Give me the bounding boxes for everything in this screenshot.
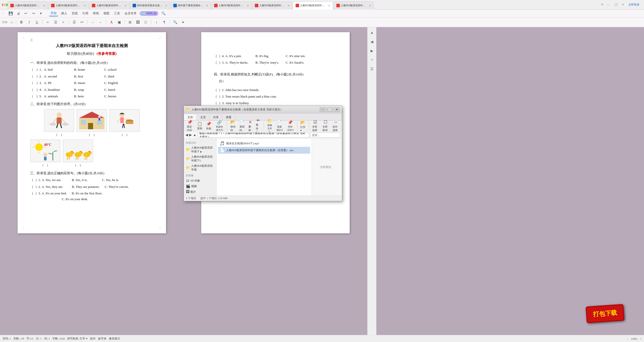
menu-tools[interactable]: 工具	[112, 11, 122, 16]
fe-open-btn[interactable]: 📂 打开 ▾	[299, 120, 307, 132]
fe-back-btn[interactable]: ◀	[185, 133, 188, 137]
redo-icon[interactable]: ↪	[30, 10, 37, 17]
insert-table-button[interactable]: ⊞	[127, 19, 134, 26]
align-right-button[interactable]: ≡	[60, 19, 67, 26]
fe-copy2-btn[interactable]: 📄 复制到	[238, 119, 246, 133]
tab-4[interactable]: 四年级英语期末全真模拟卷.doc ✕	[130, 2, 170, 10]
highlight-button[interactable]: ▣	[116, 19, 123, 26]
more-options-button[interactable]: ▾	[179, 19, 186, 26]
bold-button[interactable]: B	[18, 19, 25, 26]
underline-button[interactable]: U	[33, 19, 41, 26]
tab-8[interactable]: 人教PEP版英语四年级下期末... ✕	[293, 2, 333, 10]
fe-selectall-btn[interactable]: ☑ 全部选择	[311, 119, 320, 133]
tab-6[interactable]: 人教PEP版英语四年级下期末... ✕	[211, 2, 252, 10]
font-name[interactable]: 宋体	[1, 20, 9, 24]
tab-8-close[interactable]: ✕	[328, 4, 330, 7]
menu-page[interactable]: 页面	[70, 11, 79, 16]
save-icon[interactable]: 💾	[7, 10, 14, 17]
indent-decrease[interactable]: ←	[97, 19, 104, 26]
new-tab-button[interactable]: +	[599, 2, 605, 7]
side-panel-btn-4[interactable]: ≡	[369, 56, 376, 63]
tab-3-close[interactable]: ✕	[125, 4, 127, 7]
undo-icon[interactable]: ↩	[22, 10, 29, 17]
fe-path-bar[interactable]: 最新2.期末试卷 > 1 > 人教PEP版英语四年级下册期末自主检测（合答案及听…	[197, 133, 309, 138]
menu-insert[interactable]: 插入	[60, 11, 69, 16]
download-badge[interactable]: 打包下载	[586, 304, 624, 323]
line-spacing-button[interactable]: ↕	[153, 19, 160, 26]
tab-5-close[interactable]: ✕	[206, 4, 208, 7]
text-color-button[interactable]: A	[108, 19, 115, 26]
tab-7-close[interactable]: ✕	[288, 4, 290, 7]
status-spellcheck[interactable]: 拼写检查: 打开 ▾	[67, 337, 88, 340]
fe-newitem-btn[interactable]: 📄 新建项目 ▾	[275, 119, 285, 132]
maximize-button[interactable]: ⬜	[612, 3, 620, 7]
fe-pin-btn[interactable]: 📌 固定访问	[185, 119, 195, 133]
insert-image-button[interactable]: 🖼	[134, 19, 141, 26]
minimize-button[interactable]: —	[605, 3, 612, 7]
tab-9[interactable]: 人教PEP版英语四年级下... ✕	[334, 2, 374, 10]
print-icon[interactable]: 🖨	[15, 10, 22, 17]
tab-1[interactable]: 人教PEP版英语四年级下... ✕	[8, 2, 48, 10]
tab-2[interactable]: 人教PEP版英语四年级下... ✕	[48, 2, 89, 10]
tab-6-close[interactable]: ✕	[247, 4, 249, 7]
font-size[interactable]: 12	[9, 21, 14, 24]
menu-view[interactable]: 视图	[102, 11, 111, 16]
side-panel-btn-5[interactable]: ☰	[369, 65, 376, 72]
fe-sidebar-item-video[interactable]: 🎬 视频	[184, 183, 216, 189]
side-panel-btn-1[interactable]: ▲	[369, 29, 376, 36]
fe-invertsel-btn[interactable]: ↔ 反向选择	[331, 119, 340, 133]
close-button[interactable]: ✕	[620, 3, 626, 7]
menu-member[interactable]: 会员专享	[123, 11, 138, 16]
italic-button[interactable]: I	[26, 19, 33, 26]
tab-3[interactable]: 人教PEP版英语四年级下... ✕	[89, 2, 129, 10]
menu-home[interactable]: 开始	[49, 11, 58, 16]
fe-minimize-btn[interactable]: —	[320, 107, 326, 112]
fe-move-btn[interactable]: 📂 移动到	[229, 119, 237, 133]
indent-increase[interactable]: →	[89, 19, 96, 26]
tab-4-close[interactable]: ✕	[165, 4, 167, 7]
number-list-button[interactable]: ≔	[78, 19, 86, 26]
fe-forward-btn[interactable]: ▶	[189, 133, 192, 137]
quick-access-icon[interactable]: ▾	[37, 10, 45, 17]
tab-2-close[interactable]: ✕	[84, 4, 86, 7]
side-panel-btn-2[interactable]: ◀	[369, 38, 376, 45]
status-zoom-in[interactable]: +	[640, 337, 641, 340]
fe-deselect-btn[interactable]: ☐ 全部取消	[321, 119, 330, 133]
fe-tab-home[interactable]: 主页	[197, 114, 210, 120]
tab-5[interactable]: 四年级下册英语期末测试卷(含答案)... ✕	[171, 2, 211, 10]
fe-sidebar-item-0[interactable]: 📁 人教PEP版英语四年级下▲	[184, 145, 216, 154]
status-zoom-out[interactable]: −	[627, 337, 628, 340]
search-button[interactable]: 🔍	[160, 10, 167, 17]
fe-copy-btn[interactable]: 📋 复制	[196, 121, 204, 131]
tab-7[interactable]: 人教PEP版英语四年级下期末... ✕	[252, 2, 292, 10]
fe-maximize-btn[interactable]: ⬜	[327, 107, 333, 112]
fe-file-mp3[interactable]: 🎵 期末自主检测(PEP4下).mp3	[218, 140, 310, 147]
fe-up-btn[interactable]: ▲	[193, 133, 196, 137]
side-panel-btn-3[interactable]: ▶	[369, 47, 376, 54]
fe-sidebar-item-2[interactable]: 📁 人教PEP版英语四年级	[184, 163, 216, 172]
tab-1-close[interactable]: ✕	[43, 4, 45, 7]
menu-review[interactable]: 审阅	[91, 11, 100, 16]
fe-search-input[interactable]	[310, 133, 340, 138]
tab-9-close[interactable]: ✕	[369, 4, 371, 7]
align-center-button[interactable]: ☰	[52, 19, 59, 26]
fe-delete-btn[interactable]: ✕ 删除	[247, 119, 253, 133]
wps-ai-button[interactable]: ✨ WPS AI	[140, 11, 158, 16]
find-replace-button[interactable]: 🔍	[172, 19, 179, 26]
fe-sidebar-item-3d[interactable]: 🗂 3D 对象	[184, 178, 216, 183]
fe-easyaccess-btn[interactable]: 📌 经松访问 ▾	[286, 119, 295, 132]
align-left-button[interactable]: ≡	[44, 19, 51, 26]
fe-close-btn[interactable]: ✕	[334, 107, 340, 112]
insert-shape-button[interactable]: ⬡	[142, 19, 149, 26]
fe-sidebar-item-1[interactable]: 📁 人教PEP版英语四年级下1	[184, 154, 216, 163]
fe-sidebar-item-image[interactable]: 🖼 图片	[184, 189, 216, 195]
svg-line-3	[62, 118, 65, 123]
menu-reference[interactable]: 引用	[81, 11, 90, 16]
fe-file-doc[interactable]: 📄 人教PEP版英语四年级下册期末自主检测（合答案）.doc	[218, 147, 310, 154]
fe-paste-btn[interactable]: 📌 粘贴	[205, 121, 213, 131]
fe-shortcut-btn[interactable]: 🔗 粘贴快捷方式	[214, 119, 225, 132]
status-proofread[interactable]: 校对	[90, 337, 96, 340]
bullet-list-button[interactable]: ☰	[71, 19, 78, 26]
paragraph-button[interactable]: ¶	[161, 19, 168, 26]
login-button[interactable]: 立即登录	[626, 3, 641, 7]
